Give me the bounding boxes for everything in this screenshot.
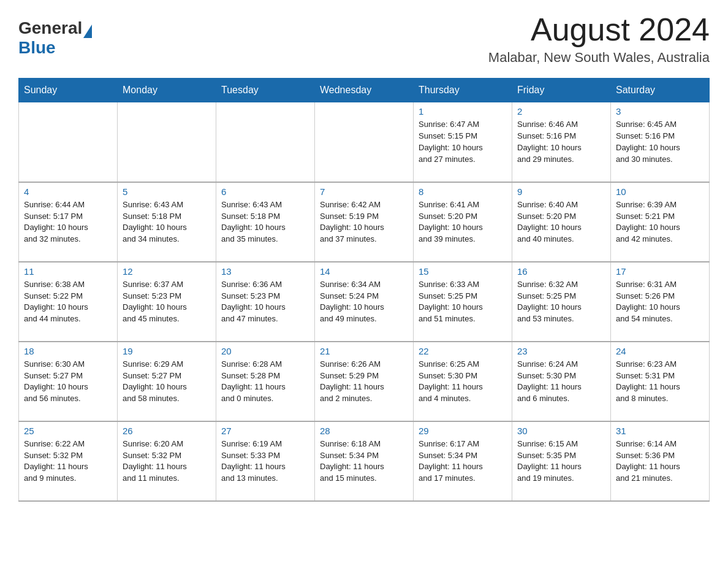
day-number: 28 [320, 426, 408, 436]
day-info: Sunrise: 6:33 AM Sunset: 5:25 PM Dayligh… [419, 279, 507, 325]
day-number: 11 [24, 266, 112, 277]
day-number: 2 [517, 106, 605, 117]
calendar-day-header: Monday [118, 79, 216, 102]
day-info: Sunrise: 6:34 AM Sunset: 5:24 PM Dayligh… [320, 279, 408, 325]
calendar-day-header: Sunday [19, 79, 118, 102]
logo-triangle-icon [83, 25, 92, 38]
calendar-cell: 24Sunrise: 6:23 AM Sunset: 5:31 PM Dayli… [611, 342, 710, 421]
calendar-cell: 21Sunrise: 6:26 AM Sunset: 5:29 PM Dayli… [315, 342, 414, 421]
calendar-cell: 8Sunrise: 6:41 AM Sunset: 5:20 PM Daylig… [414, 182, 512, 262]
calendar-week-row: 1Sunrise: 6:47 AM Sunset: 5:15 PM Daylig… [19, 102, 710, 182]
calendar-cell: 18Sunrise: 6:30 AM Sunset: 5:27 PM Dayli… [19, 342, 118, 421]
day-number: 6 [221, 186, 309, 197]
calendar-cell: 3Sunrise: 6:45 AM Sunset: 5:16 PM Daylig… [611, 102, 710, 182]
day-info: Sunrise: 6:29 AM Sunset: 5:27 PM Dayligh… [123, 359, 211, 405]
calendar-day-header: Wednesday [315, 79, 414, 102]
day-info: Sunrise: 6:26 AM Sunset: 5:29 PM Dayligh… [320, 359, 408, 405]
day-info: Sunrise: 6:43 AM Sunset: 5:18 PM Dayligh… [221, 199, 309, 245]
day-info: Sunrise: 6:30 AM Sunset: 5:27 PM Dayligh… [24, 359, 112, 405]
calendar-day-header: Saturday [611, 79, 710, 102]
calendar-cell: 22Sunrise: 6:25 AM Sunset: 5:30 PM Dayli… [414, 342, 512, 421]
calendar-cell: 2Sunrise: 6:46 AM Sunset: 5:16 PM Daylig… [512, 102, 611, 182]
calendar-cell: 25Sunrise: 6:22 AM Sunset: 5:32 PM Dayli… [19, 421, 118, 501]
day-info: Sunrise: 6:40 AM Sunset: 5:20 PM Dayligh… [517, 199, 605, 245]
day-info: Sunrise: 6:17 AM Sunset: 5:34 PM Dayligh… [419, 439, 507, 484]
day-info: Sunrise: 6:39 AM Sunset: 5:21 PM Dayligh… [616, 199, 704, 245]
day-number: 14 [320, 266, 408, 277]
day-info: Sunrise: 6:38 AM Sunset: 5:22 PM Dayligh… [24, 279, 112, 325]
day-number: 13 [221, 266, 309, 277]
day-number: 9 [517, 186, 605, 197]
day-number: 20 [221, 346, 309, 356]
day-info: Sunrise: 6:22 AM Sunset: 5:32 PM Dayligh… [24, 439, 112, 484]
calendar-cell [19, 102, 118, 182]
day-info: Sunrise: 6:28 AM Sunset: 5:28 PM Dayligh… [221, 359, 309, 405]
calendar-cell: 5Sunrise: 6:43 AM Sunset: 5:18 PM Daylig… [118, 182, 216, 262]
calendar-header-row: SundayMondayTuesdayWednesdayThursdayFrid… [19, 79, 710, 102]
calendar-cell [315, 102, 414, 182]
calendar-cell: 1Sunrise: 6:47 AM Sunset: 5:15 PM Daylig… [414, 102, 512, 182]
calendar-cell: 31Sunrise: 6:14 AM Sunset: 5:36 PM Dayli… [611, 421, 710, 501]
day-number: 27 [221, 426, 309, 436]
logo-text: General Blue [18, 18, 92, 58]
day-number: 16 [517, 266, 605, 277]
day-info: Sunrise: 6:42 AM Sunset: 5:19 PM Dayligh… [320, 199, 408, 245]
calendar-week-row: 25Sunrise: 6:22 AM Sunset: 5:32 PM Dayli… [19, 421, 710, 501]
calendar-cell: 28Sunrise: 6:18 AM Sunset: 5:34 PM Dayli… [315, 421, 414, 501]
day-info: Sunrise: 6:23 AM Sunset: 5:31 PM Dayligh… [616, 359, 704, 405]
calendar-cell [216, 102, 315, 182]
day-info: Sunrise: 6:32 AM Sunset: 5:25 PM Dayligh… [517, 279, 605, 325]
day-info: Sunrise: 6:14 AM Sunset: 5:36 PM Dayligh… [616, 439, 704, 484]
day-info: Sunrise: 6:18 AM Sunset: 5:34 PM Dayligh… [320, 439, 408, 484]
calendar-day-header: Thursday [414, 79, 512, 102]
day-number: 22 [419, 346, 507, 356]
calendar-cell: 17Sunrise: 6:31 AM Sunset: 5:26 PM Dayli… [611, 262, 710, 342]
day-info: Sunrise: 6:47 AM Sunset: 5:15 PM Dayligh… [419, 119, 507, 165]
month-title: August 2024 [488, 12, 710, 47]
day-info: Sunrise: 6:15 AM Sunset: 5:35 PM Dayligh… [517, 439, 605, 484]
day-number: 31 [616, 426, 704, 436]
day-info: Sunrise: 6:44 AM Sunset: 5:17 PM Dayligh… [24, 199, 112, 245]
calendar-week-row: 4Sunrise: 6:44 AM Sunset: 5:17 PM Daylig… [19, 182, 710, 262]
calendar-cell: 13Sunrise: 6:36 AM Sunset: 5:23 PM Dayli… [216, 262, 315, 342]
day-number: 8 [419, 186, 507, 197]
calendar-cell [118, 102, 216, 182]
day-number: 15 [419, 266, 507, 277]
day-number: 18 [24, 346, 112, 356]
day-number: 21 [320, 346, 408, 356]
calendar-cell: 11Sunrise: 6:38 AM Sunset: 5:22 PM Dayli… [19, 262, 118, 342]
day-number: 25 [24, 426, 112, 436]
calendar-cell: 6Sunrise: 6:43 AM Sunset: 5:18 PM Daylig… [216, 182, 315, 262]
calendar-cell: 23Sunrise: 6:24 AM Sunset: 5:30 PM Dayli… [512, 342, 611, 421]
day-number: 4 [24, 186, 112, 197]
calendar-cell: 15Sunrise: 6:33 AM Sunset: 5:25 PM Dayli… [414, 262, 512, 342]
day-info: Sunrise: 6:24 AM Sunset: 5:30 PM Dayligh… [517, 359, 605, 405]
day-number: 7 [320, 186, 408, 197]
calendar-day-header: Friday [512, 79, 611, 102]
day-info: Sunrise: 6:46 AM Sunset: 5:16 PM Dayligh… [517, 119, 605, 165]
day-number: 3 [616, 106, 704, 117]
calendar-cell: 29Sunrise: 6:17 AM Sunset: 5:34 PM Dayli… [414, 421, 512, 501]
calendar-week-row: 18Sunrise: 6:30 AM Sunset: 5:27 PM Dayli… [19, 342, 710, 421]
day-info: Sunrise: 6:25 AM Sunset: 5:30 PM Dayligh… [419, 359, 507, 405]
day-info: Sunrise: 6:45 AM Sunset: 5:16 PM Dayligh… [616, 119, 704, 165]
day-number: 17 [616, 266, 704, 277]
day-info: Sunrise: 6:37 AM Sunset: 5:23 PM Dayligh… [123, 279, 211, 325]
day-number: 24 [616, 346, 704, 356]
day-number: 23 [517, 346, 605, 356]
day-info: Sunrise: 6:19 AM Sunset: 5:33 PM Dayligh… [221, 439, 309, 484]
calendar-table: SundayMondayTuesdayWednesdayThursdayFrid… [18, 78, 710, 502]
calendar-cell: 27Sunrise: 6:19 AM Sunset: 5:33 PM Dayli… [216, 421, 315, 501]
calendar-cell: 16Sunrise: 6:32 AM Sunset: 5:25 PM Dayli… [512, 262, 611, 342]
calendar-week-row: 11Sunrise: 6:38 AM Sunset: 5:22 PM Dayli… [19, 262, 710, 342]
title-section: August 2024 Malabar, New South Wales, Au… [488, 12, 710, 66]
calendar-cell: 10Sunrise: 6:39 AM Sunset: 5:21 PM Dayli… [611, 182, 710, 262]
calendar-cell: 7Sunrise: 6:42 AM Sunset: 5:19 PM Daylig… [315, 182, 414, 262]
calendar-cell: 30Sunrise: 6:15 AM Sunset: 5:35 PM Dayli… [512, 421, 611, 501]
calendar-cell: 4Sunrise: 6:44 AM Sunset: 5:17 PM Daylig… [19, 182, 118, 262]
page-header: General Blue August 2024 Malabar, New So… [18, 12, 710, 66]
day-number: 1 [419, 106, 507, 117]
day-info: Sunrise: 6:41 AM Sunset: 5:20 PM Dayligh… [419, 199, 507, 245]
day-number: 19 [123, 346, 211, 356]
calendar-cell: 26Sunrise: 6:20 AM Sunset: 5:32 PM Dayli… [118, 421, 216, 501]
